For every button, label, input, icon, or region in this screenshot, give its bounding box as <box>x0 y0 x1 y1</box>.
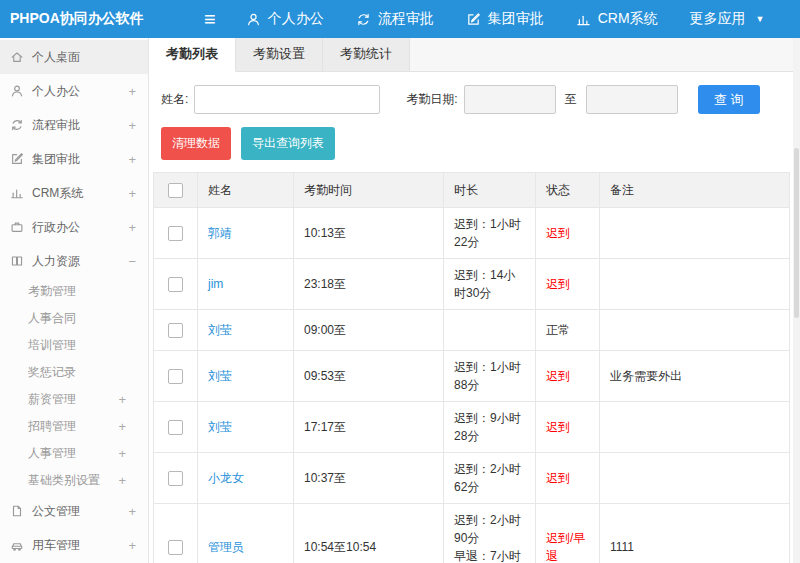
sidebar-item-label: 行政办公 <box>32 219 128 236</box>
search-button[interactable]: 查 询 <box>698 85 760 114</box>
briefcase-icon <box>10 220 24 234</box>
select-all-checkbox[interactable] <box>168 183 183 198</box>
expand-icon[interactable]: + <box>128 84 136 99</box>
sidebar-item[interactable]: 培训管理 <box>0 332 148 359</box>
sidebar: 个人桌面个人办公+流程审批+集团审批+CRM系统+行政办公+人力资源−考勤管理人… <box>0 38 149 563</box>
sidebar-item[interactable]: 招聘管理+ <box>0 413 148 440</box>
duration-cell: 迟到：9小时28分 <box>444 402 536 453</box>
sidebar-item[interactable]: 奖惩记录 <box>0 359 148 386</box>
top-nav-item[interactable]: 更多应用▼ <box>674 0 781 38</box>
status-cell: 迟到 <box>536 402 600 453</box>
row-checkbox[interactable] <box>168 540 183 555</box>
employee-name-link[interactable]: 刘莹 <box>208 420 232 434</box>
tab-item[interactable]: 考勤列表 <box>149 38 236 72</box>
collapse-icon[interactable]: − <box>128 254 136 269</box>
tab-item[interactable]: 考勤设置 <box>236 38 323 71</box>
sidebar-item[interactable]: 个人办公+ <box>0 74 148 108</box>
expand-icon[interactable]: + <box>118 473 136 488</box>
sidebar-item[interactable]: 人事管理+ <box>0 440 148 467</box>
name-cell: 刘莹 <box>198 351 294 402</box>
employee-name-link[interactable]: 郭靖 <box>208 226 232 240</box>
employee-name-link[interactable]: jim <box>208 277 223 291</box>
person-icon <box>10 84 24 98</box>
expand-icon[interactable]: + <box>128 504 136 519</box>
top-nav-item[interactable]: 个人办公 <box>230 0 340 38</box>
time-cell: 17:17至 <box>294 402 444 453</box>
row-checkbox[interactable] <box>168 471 183 486</box>
expand-icon[interactable]: + <box>128 220 136 235</box>
note-cell <box>600 310 790 351</box>
duration-line: 迟到：1小时88分 <box>454 358 525 394</box>
hamburger-menu-icon[interactable]: ≡ <box>204 0 216 38</box>
tab-item[interactable]: 考勤统计 <box>323 38 410 71</box>
page-scrollbar[interactable] <box>793 38 800 563</box>
sidebar-item-label: 个人桌面 <box>32 49 136 66</box>
name-cell: 刘莹 <box>198 402 294 453</box>
top-nav-item[interactable]: CRM系统 <box>560 0 674 38</box>
row-checkbox[interactable] <box>168 369 183 384</box>
time-cell: 09:53至 <box>294 351 444 402</box>
row-check-cell <box>154 259 198 310</box>
sidebar-item[interactable]: 考勤管理 <box>0 278 148 305</box>
sidebar-item-label: 培训管理 <box>28 337 136 354</box>
main-content: 考勤列表考勤设置考勤统计 姓名: 考勤日期: 至 查 询 清理数据 导出查询列表… <box>149 38 800 563</box>
duration-line: 迟到：1小时22分 <box>454 215 525 251</box>
expand-icon[interactable]: + <box>128 152 136 167</box>
employee-name-link[interactable]: 小龙女 <box>208 471 244 485</box>
top-nav-item[interactable]: 集团审批 <box>450 0 560 38</box>
sidebar-item[interactable]: 用车管理+ <box>0 528 148 562</box>
note-cell <box>600 453 790 504</box>
chart-icon <box>576 12 591 27</box>
row-checkbox[interactable] <box>168 226 183 241</box>
select-all-cell <box>154 173 198 208</box>
status-text: 迟到 <box>546 471 570 485</box>
scrollbar-thumb[interactable] <box>794 148 799 318</box>
expand-icon[interactable]: + <box>128 538 136 553</box>
sidebar-item[interactable]: 基础类别设置+ <box>0 467 148 494</box>
sidebar-item[interactable]: 公文管理+ <box>0 494 148 528</box>
sidebar-item[interactable]: 集团审批+ <box>0 142 148 176</box>
export-list-button[interactable]: 导出查询列表 <box>241 127 335 160</box>
status-cell: 迟到 <box>536 351 600 402</box>
row-checkbox[interactable] <box>168 277 183 292</box>
expand-icon[interactable]: + <box>118 419 136 434</box>
expand-icon[interactable]: + <box>128 186 136 201</box>
duration-cell: 迟到：1小时88分 <box>444 351 536 402</box>
employee-name-link[interactable]: 管理员 <box>208 540 244 554</box>
table-row: 刘莹17:17至迟到：9小时28分迟到 <box>154 402 790 453</box>
employee-name-link[interactable]: 刘莹 <box>208 323 232 337</box>
sidebar-item[interactable]: 人力资源− <box>0 244 148 278</box>
sidebar-item[interactable]: CRM系统+ <box>0 176 148 210</box>
top-nav-label: 流程审批 <box>378 10 434 28</box>
date-from-input[interactable] <box>464 85 556 114</box>
expand-icon[interactable]: + <box>118 446 136 461</box>
sidebar-item-label: 流程审批 <box>32 117 128 134</box>
home-icon <box>10 50 24 64</box>
row-check-cell <box>154 504 198 563</box>
sidebar-item[interactable]: 人事合同 <box>0 305 148 332</box>
status-text: 正常 <box>546 323 570 337</box>
duration-line: 迟到：2小时90分 <box>454 511 525 547</box>
expand-icon[interactable]: + <box>128 118 136 133</box>
sidebar-item[interactable]: 个人桌面 <box>0 40 148 74</box>
sidebar-item[interactable]: 流程审批+ <box>0 108 148 142</box>
clean-data-button[interactable]: 清理数据 <box>161 127 231 160</box>
name-cell: 郭靖 <box>198 208 294 259</box>
sidebar-item[interactable]: 薪资管理+ <box>0 386 148 413</box>
column-header: 姓名 <box>198 173 294 208</box>
expand-icon[interactable]: + <box>118 392 136 407</box>
sidebar-item-label: 人事合同 <box>28 310 136 327</box>
top-nav-item[interactable]: 流程审批 <box>340 0 450 38</box>
row-checkbox[interactable] <box>168 323 183 338</box>
name-filter-input[interactable] <box>194 85 380 114</box>
employee-name-link[interactable]: 刘莹 <box>208 369 232 383</box>
date-to-input[interactable] <box>586 85 678 114</box>
sidebar-item-label: 用车管理 <box>32 537 128 554</box>
row-check-cell <box>154 453 198 504</box>
sidebar-item[interactable]: 行政办公+ <box>0 210 148 244</box>
row-checkbox[interactable] <box>168 420 183 435</box>
duration-line: 迟到：9小时28分 <box>454 409 525 445</box>
note-cell: 1111 <box>600 504 790 563</box>
sidebar-item-label: 个人办公 <box>32 83 128 100</box>
car-icon <box>10 538 24 552</box>
